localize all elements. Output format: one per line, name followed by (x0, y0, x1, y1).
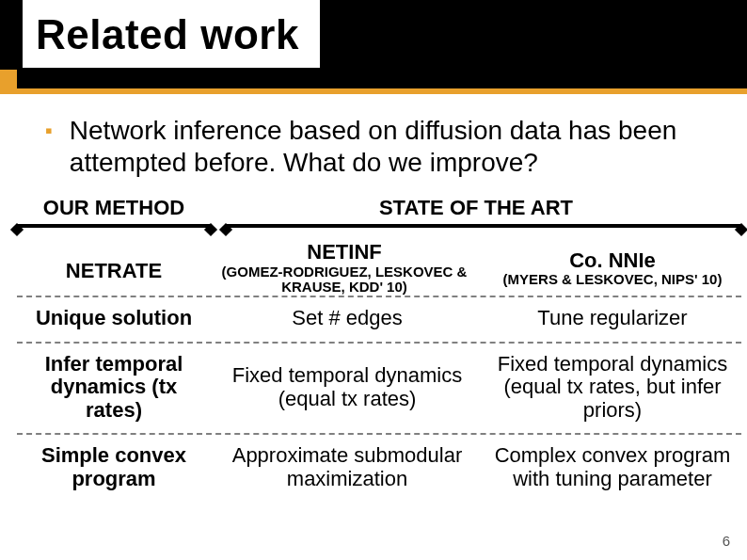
table-row: Simple convex program Approximate submod… (17, 433, 741, 494)
method-connie-name: Co. NNIe (484, 249, 741, 273)
page-number: 6 (723, 533, 730, 549)
method-connie-cite: (MYERS & LESKOVEC, NIPS' 10) (484, 272, 741, 288)
diamond-icon (219, 223, 232, 236)
title-box: Related work (23, 0, 320, 68)
cell-ours: Unique solution (17, 307, 211, 330)
slide-body: ▪ Network inference based on diffusion d… (0, 94, 747, 495)
bar-right (226, 224, 741, 228)
cell-ours: Infer temporal dynamics (tx rates) (17, 353, 211, 423)
cell-netinf: Set # edges (211, 307, 484, 330)
accent-bar-icon (0, 70, 17, 88)
diamond-icon (10, 223, 24, 236)
slide-title: Related work (36, 11, 299, 58)
cell-netinf: Fixed temporal dynamics (equal tx rates) (211, 353, 484, 423)
method-connie: Co. NNIe (MYERS & LESKOVEC, NIPS' 10) (484, 241, 741, 296)
methods-row: NETRATE NETINF (GOMEZ-RODRIGUEZ, LESKOVE… (17, 241, 741, 296)
diamond-icon (735, 223, 747, 236)
divider-bars (17, 224, 741, 233)
table-row: Unique solution Set # edges Tune regular… (17, 296, 741, 342)
method-netinf: NETINF (GOMEZ-RODRIGUEZ, LESKOVEC & KRAU… (211, 241, 484, 296)
diamond-icon (204, 223, 217, 236)
col-header-right: STATE OF THE ART (211, 196, 741, 224)
method-netinf-cite: (GOMEZ-RODRIGUEZ, LESKOVEC & KRAUSE, KDD… (211, 264, 478, 296)
cell-connie: Tune regularizer (484, 307, 741, 330)
bar-left (17, 224, 211, 228)
bullet-text: Network inference based on diffusion dat… (70, 115, 713, 179)
table-row: Infer temporal dynamics (tx rates) Fixed… (17, 342, 741, 434)
bullet-icon: ▪ (45, 119, 53, 143)
cell-connie: Complex convex program with tuning param… (484, 444, 741, 490)
slide-header: Related work (0, 0, 747, 94)
col-header-left: OUR METHOD (17, 196, 211, 224)
cell-connie: Fixed temporal dynamics (equal tx rates,… (484, 353, 741, 423)
cell-ours: Simple convex program (17, 444, 211, 490)
method-ours: NETRATE (17, 241, 211, 296)
accent-stripe-icon (0, 88, 747, 94)
cell-netinf: Approximate submodular maximization (211, 444, 484, 490)
column-headers: OUR METHOD STATE OF THE ART (17, 196, 741, 224)
bullet-item: ▪ Network inference based on diffusion d… (45, 115, 713, 179)
method-netinf-name: NETINF (211, 241, 478, 264)
